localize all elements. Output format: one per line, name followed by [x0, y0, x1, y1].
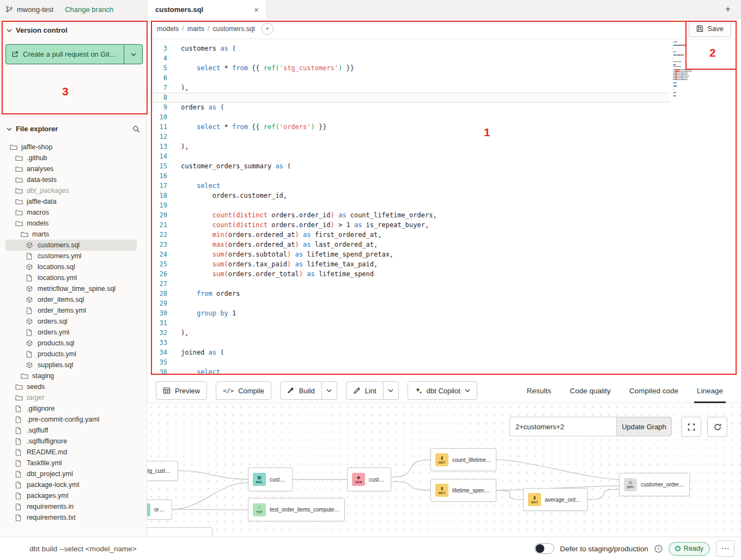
tree-item-customers-yml[interactable]: customers.yml	[5, 251, 137, 261]
breadcrumb-models[interactable]: models	[157, 25, 179, 33]
tab-code-quality[interactable]: Code quality	[561, 379, 620, 403]
code-line[interactable]	[181, 151, 437, 161]
code-line[interactable]: count(distinct orders.order_id) as count…	[181, 210, 437, 220]
code-line[interactable]: max(orders.ordered_at) as last_ordered_a…	[181, 240, 437, 249]
defer-toggle[interactable]	[535, 543, 554, 554]
code-line[interactable]: select * from {{ ref('stg_customers') }}	[181, 63, 437, 73]
lineage-search-input[interactable]	[509, 417, 616, 436]
lint-dropdown[interactable]	[384, 381, 399, 400]
tree-item-requirements-txt[interactable]: requirements.txt	[5, 512, 137, 523]
tree-item-customers-sql[interactable]: customers.sql	[5, 240, 137, 251]
code-line[interactable]: select	[181, 181, 437, 191]
code-line[interactable]: select	[181, 367, 437, 377]
tree-item-macros[interactable]: macros	[5, 207, 137, 218]
code-line[interactable]: from orders	[181, 289, 437, 299]
code-line[interactable]	[181, 299, 437, 308]
change-branch-link[interactable]: Change branch	[65, 5, 113, 14]
tree-item-orders-sql[interactable]: orders.sql	[5, 316, 137, 327]
code-line[interactable]	[181, 112, 437, 122]
lint-button[interactable]: Lint	[346, 381, 384, 400]
code-line[interactable]: customer_orders_summary as (	[181, 161, 437, 171]
breadcrumb-marts[interactable]: marts	[187, 25, 204, 33]
tree-item-orders-yml[interactable]: orders.yml	[5, 327, 137, 338]
save-button[interactable]: Save	[689, 21, 731, 37]
build-dropdown[interactable]	[322, 381, 337, 400]
code-line[interactable]	[181, 53, 437, 63]
tree-item-pre-commit-config-yaml[interactable]: .pre-commit-config.yaml	[5, 414, 137, 425]
tree-item-locations-yml[interactable]: locations.yml	[5, 272, 137, 283]
code-line[interactable]: orders as (	[181, 102, 437, 112]
tree-item-seeds[interactable]: seeds	[5, 381, 137, 392]
dbt-copilot-button[interactable]: dbt Copilot	[408, 381, 477, 400]
breadcrumb-file[interactable]: customers.sql	[213, 25, 255, 33]
close-icon[interactable]: ×	[254, 5, 259, 14]
fullscreen-button[interactable]	[681, 417, 701, 437]
code-line[interactable]	[181, 93, 437, 102]
code-line[interactable]: ),	[181, 83, 437, 93]
preview-button[interactable]: Preview	[156, 381, 207, 400]
lineage-node-test-order-items-compute-to-bools[interactable]: ✓TSTtest_order_items_compute_to_bools…	[248, 498, 345, 521]
file-explorer-header[interactable]: File explorer	[5, 124, 141, 134]
create-pr-dropdown[interactable]	[124, 45, 142, 64]
code-line[interactable]: min(orders.ordered_at) as first_ordered_…	[181, 230, 437, 240]
search-icon[interactable]	[132, 125, 140, 133]
tree-item-order-items-yml[interactable]: order_items.yml	[5, 305, 137, 316]
tab-results[interactable]: Results	[518, 379, 561, 403]
tree-item-marts[interactable]: marts	[5, 229, 137, 240]
code-line[interactable]	[181, 357, 437, 367]
code-line[interactable]	[181, 171, 437, 181]
create-pr-button-main[interactable]: Create a pull request on Git…	[6, 45, 124, 64]
tree-item-staging[interactable]: staging	[5, 370, 137, 381]
code-line[interactable]: sum(orders.subtotal) as lifetime_spend_p…	[181, 249, 437, 259]
compile-button[interactable]: </> Compile	[216, 381, 271, 400]
tree-item-locations-sql[interactable]: locations.sql	[5, 261, 137, 272]
tree-item-package-lock-yml[interactable]: package-lock.yml	[5, 479, 137, 490]
code-line[interactable]: group by 1	[181, 308, 437, 318]
tree-item-readme-md[interactable]: README.md	[5, 447, 137, 458]
tree-item-metricflow-time-spine-sql[interactable]: metricflow_time_spine.sql	[5, 283, 137, 294]
refresh-button[interactable]	[707, 417, 727, 437]
tree-item-supplies-sql[interactable]: supplies.sql	[5, 360, 137, 370]
lineage-node-customers[interactable]: ◆SEMcustomers	[347, 467, 391, 491]
lineage-node-stg-customers[interactable]: ▦MDLstg_customers	[147, 461, 178, 481]
tree-item-github[interactable]: .github	[5, 153, 137, 163]
code-line[interactable]: select * from {{ ref('orders') }}	[181, 122, 437, 132]
tab-compiled-code[interactable]: Compiled code	[620, 379, 688, 403]
code-line[interactable]: orders.customer_id,	[181, 191, 437, 200]
build-button[interactable]: Build	[280, 381, 322, 400]
tree-item-jaffle-data[interactable]: jaffle-data	[5, 196, 137, 207]
lineage-node-item[interactable]	[147, 527, 212, 537]
tree-item-dbt-project-yml[interactable]: dbt_project.yml	[5, 468, 137, 479]
tree-item-models[interactable]: models	[5, 218, 137, 229]
code-line[interactable]: sum(orders.tax_paid) as lifetime_tax_pai…	[181, 259, 437, 269]
tree-item-analyses[interactable]: analyses	[5, 163, 137, 174]
tree-item-requirements-in[interactable]: requirements.in	[5, 501, 137, 512]
code-line[interactable]: customers as (	[181, 44, 437, 53]
help-icon[interactable]: ?	[654, 545, 663, 553]
code-line[interactable]	[181, 318, 437, 328]
code-line[interactable]: ),	[181, 142, 437, 151]
lineage-node-count-lifetime-orders[interactable]: ▮METcount_lifetime_orders	[430, 448, 496, 471]
tree-item-packages-yml[interactable]: packages.yml	[5, 490, 137, 501]
lineage-node-lifetime-spend-pretax[interactable]: ▮METlifetime_spend_pretax	[430, 479, 496, 502]
code-line[interactable]	[181, 338, 437, 348]
lineage-node-average-order-value[interactable]: ▮METaverage_order_value	[523, 488, 588, 511]
version-control-header[interactable]: Version control	[5, 25, 141, 40]
code-editor[interactable]: 3456789101112131415161718192021222324252…	[147, 39, 741, 379]
tree-item-jaffle-shop[interactable]: jaffle-shop	[5, 142, 137, 153]
ready-status-badge[interactable]: Ready	[669, 542, 710, 556]
update-graph-button[interactable]: Update Graph	[616, 417, 672, 436]
minimap[interactable]	[673, 41, 715, 97]
code-line[interactable]	[181, 132, 437, 142]
tree-item-order-items-sql[interactable]: order_items.sql	[5, 294, 137, 305]
code-line[interactable]: joined as (	[181, 348, 437, 357]
tab-customers-sql[interactable]: customers.sql ×	[147, 0, 267, 19]
code-line[interactable]	[181, 200, 437, 210]
tree-item-taskfile-yml[interactable]: Taskfile.yml	[5, 458, 137, 468]
tree-item-data-tests[interactable]: data-tests	[5, 174, 137, 185]
code-line[interactable]	[181, 279, 437, 289]
lineage-node-customer-order-metrics[interactable]: ◎QRYcustomer_order_metrics	[619, 473, 690, 496]
tree-item-products-yml[interactable]: products.yml	[5, 349, 137, 360]
tree-item-dbt-packages[interactable]: dbt_packages	[5, 185, 137, 196]
tree-item-products-sql[interactable]: products.sql	[5, 338, 137, 349]
